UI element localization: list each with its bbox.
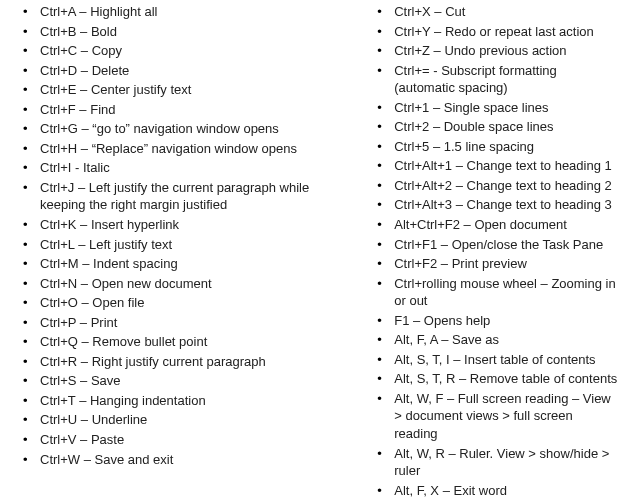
shortcut-item: Ctrl+X – Cut <box>364 3 619 21</box>
shortcut-item: Ctrl+Y – Redo or repeat last action <box>364 23 619 41</box>
shortcut-item: Ctrl+N – Open new document <box>10 275 356 293</box>
shortcut-item: Ctrl+I - Italic <box>10 159 356 177</box>
shortcut-item: Alt, W, R – Ruler. View > show/hide > ru… <box>364 445 619 480</box>
shortcut-item: Ctrl+K – Insert hyperlink <box>10 216 356 234</box>
shortcut-item: Ctrl+Alt+2 – Change text to heading 2 <box>364 177 619 195</box>
shortcut-item: Ctrl+rolling mouse wheel – Zooming in or… <box>364 275 619 310</box>
shortcut-item: Ctrl+C – Copy <box>10 42 356 60</box>
shortcut-item: Ctrl+P – Print <box>10 314 356 332</box>
shortcut-list-left: Ctrl+A – Highlight allCtrl+B – BoldCtrl+… <box>10 3 356 468</box>
column-left: Ctrl+A – Highlight allCtrl+B – BoldCtrl+… <box>10 3 364 499</box>
shortcut-item: Ctrl+S – Save <box>10 372 356 390</box>
shortcut-item: Alt+Ctrl+F2 – Open document <box>364 216 619 234</box>
shortcut-list-right: Ctrl+X – CutCtrl+Y – Redo or repeat last… <box>364 3 619 499</box>
shortcut-item: Alt, F, A – Save as <box>364 331 619 349</box>
shortcut-item: Ctrl+H – “Replace” navigation window ope… <box>10 140 356 158</box>
shortcut-item: Ctrl+F – Find <box>10 101 356 119</box>
shortcut-item: Alt, S, T, R – Remove table of contents <box>364 370 619 388</box>
shortcut-item: Ctrl+5 – 1.5 line spacing <box>364 138 619 156</box>
shortcut-reference-page: Ctrl+A – Highlight allCtrl+B – BoldCtrl+… <box>0 0 629 502</box>
shortcut-item: Ctrl+1 – Single space lines <box>364 99 619 117</box>
shortcut-item: Ctrl+D – Delete <box>10 62 356 80</box>
shortcut-item: Ctrl+O – Open file <box>10 294 356 312</box>
shortcut-item: Ctrl+W – Save and exit <box>10 451 356 469</box>
shortcut-item: Ctrl+F1 – Open/close the Task Pane <box>364 236 619 254</box>
shortcut-item: Ctrl+R – Right justify current paragraph <box>10 353 356 371</box>
shortcut-item: Alt, S, T, I – Insert table of contents <box>364 351 619 369</box>
shortcut-item: Ctrl+V – Paste <box>10 431 356 449</box>
shortcut-item: Ctrl+U – Underline <box>10 411 356 429</box>
shortcut-item: Ctrl+J – Left justify the current paragr… <box>10 179 356 214</box>
shortcut-item: Ctrl+= - Subscript formatting (automatic… <box>364 62 619 97</box>
shortcut-item: Alt, F, X – Exit word <box>364 482 619 500</box>
shortcut-item: Ctrl+Alt+3 – Change text to heading 3 <box>364 196 619 214</box>
shortcut-item: Ctrl+E – Center justify text <box>10 81 356 99</box>
shortcut-item: Ctrl+2 – Double space lines <box>364 118 619 136</box>
shortcut-item: Ctrl+F2 – Print preview <box>364 255 619 273</box>
shortcut-item: Ctrl+B – Bold <box>10 23 356 41</box>
column-right: Ctrl+X – CutCtrl+Y – Redo or repeat last… <box>364 3 619 499</box>
shortcut-item: Ctrl+Alt+1 – Change text to heading 1 <box>364 157 619 175</box>
shortcut-item: Alt, W, F – Full screen reading – View >… <box>364 390 619 443</box>
shortcut-item: Ctrl+G – “go to” navigation window opens <box>10 120 356 138</box>
shortcut-item: Ctrl+Z – Undo previous action <box>364 42 619 60</box>
shortcut-item: Ctrl+T – Hanging indentation <box>10 392 356 410</box>
shortcut-item: Ctrl+L – Left justify text <box>10 236 356 254</box>
shortcut-item: Ctrl+Q – Remove bullet point <box>10 333 356 351</box>
shortcut-item: F1 – Opens help <box>364 312 619 330</box>
shortcut-item: Ctrl+M – Indent spacing <box>10 255 356 273</box>
shortcut-item: Ctrl+A – Highlight all <box>10 3 356 21</box>
